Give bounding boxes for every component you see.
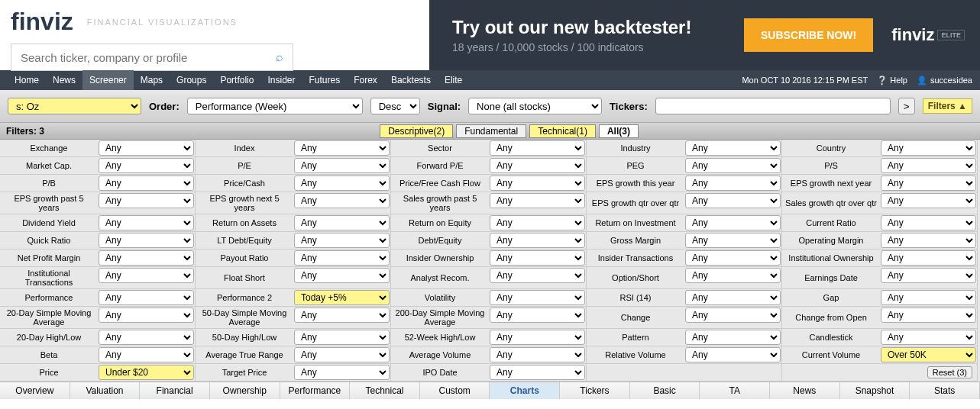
filter-select[interactable]: Any [99,290,194,305]
filter-select[interactable]: Any [99,215,194,230]
filter-select[interactable]: Any [294,193,390,208]
filter-select[interactable]: Any [99,176,194,191]
filter-select[interactable]: Any [685,347,781,362]
view-tab-financial[interactable]: Financial [140,382,210,399]
filter-tab[interactable]: Technical(1) [529,124,596,138]
filter-select[interactable]: Any [685,330,781,345]
filter-select[interactable]: Any [490,290,585,305]
search-box[interactable]: ⌕ [11,43,293,71]
filter-tab[interactable]: Descriptive(2) [380,124,453,138]
filter-select[interactable]: Any [294,308,390,323]
tickers-input[interactable] [655,98,891,114]
view-tab-news[interactable]: News [770,382,840,399]
nav-item-screener[interactable]: Screener [82,70,134,90]
view-tab-ownership[interactable]: Ownership [210,382,280,399]
nav-item-elite[interactable]: Elite [438,70,469,90]
filter-select[interactable]: Any [685,193,781,208]
filter-select[interactable]: Any [881,140,976,156]
view-tab-technical[interactable]: Technical [350,382,420,399]
filter-select[interactable]: Today +5% [294,290,390,305]
filter-select[interactable]: Over 50K [881,347,976,362]
filter-select[interactable]: Any [294,365,390,380]
filter-select[interactable]: Any [490,158,585,173]
filter-select[interactable]: Any [294,233,390,248]
filter-select[interactable]: Any [294,140,390,156]
view-tab-charts[interactable]: Charts [490,382,560,399]
search-input[interactable] [21,51,276,64]
filter-select[interactable]: Any [490,365,585,380]
filter-select[interactable]: Any [490,268,585,283]
filter-select[interactable]: Any [881,268,976,283]
view-tab-snapshot[interactable]: Snapshot [840,382,910,399]
filter-select[interactable]: Any [294,347,390,362]
preset-select[interactable]: s: Oz [8,98,141,114]
filter-tab[interactable]: All(3) [599,124,639,138]
go-button[interactable]: > [898,98,915,114]
view-tab-custom[interactable]: Custom [420,382,490,399]
filter-select[interactable]: Any [490,330,585,345]
logo[interactable]: finviz [11,8,73,36]
filter-select[interactable]: Any [881,193,976,208]
nav-item-futures[interactable]: Futures [302,70,348,90]
nav-item-groups[interactable]: Groups [170,70,213,90]
filter-select[interactable]: Any [99,140,194,156]
order-select[interactable]: Performance (Week) [187,98,363,114]
view-tab-tickers[interactable]: Tickers [560,382,630,399]
filter-select[interactable]: Any [99,330,194,345]
filter-select[interactable]: Any [685,176,781,191]
filter-select[interactable]: Any [490,140,585,156]
filter-select[interactable]: Any [99,347,194,362]
view-tab-stats[interactable]: Stats [910,382,980,399]
filter-select[interactable]: Any [99,250,194,266]
subscribe-button[interactable]: SUBSCRIBE NOW! [744,18,873,52]
nav-item-portfolio[interactable]: Portfolio [213,70,260,90]
filter-select[interactable]: Any [685,250,781,266]
nav-item-insider[interactable]: Insider [260,70,302,90]
view-tab-ta[interactable]: TA [700,382,770,399]
filter-select[interactable]: Any [294,158,390,173]
filter-select[interactable]: Any [685,290,781,305]
filter-select[interactable]: Any [685,233,781,248]
filter-select[interactable]: Any [99,158,194,173]
search-icon[interactable]: ⌕ [276,50,283,64]
filter-select[interactable]: Any [294,250,390,266]
view-tab-valuation[interactable]: Valuation [70,382,141,399]
nav-item-maps[interactable]: Maps [134,70,170,90]
filter-select[interactable]: Any [881,290,976,305]
direction-select[interactable]: Desc [370,98,420,114]
filter-select[interactable]: Any [99,268,194,283]
elite-logo[interactable]: finviz ELITE [891,25,965,45]
view-tab-performance[interactable]: Performance [280,382,351,399]
filter-select[interactable]: Any [881,158,976,173]
filter-select[interactable]: Any [490,250,585,266]
filter-select[interactable]: Any [294,268,390,283]
filter-select[interactable]: Any [294,215,390,230]
filter-select[interactable]: Any [294,330,390,345]
view-tab-basic[interactable]: Basic [630,382,700,399]
signal-select[interactable]: None (all stocks) [468,98,602,114]
filter-select[interactable]: Any [294,176,390,191]
filter-select[interactable]: Under $20 [99,365,194,380]
nav-item-news[interactable]: News [46,70,82,90]
filter-select[interactable]: Any [99,193,194,208]
nav-help[interactable]: ❔ Help [877,76,907,85]
filter-select[interactable]: Any [99,308,194,323]
filter-select[interactable]: Any [490,308,585,323]
view-tab-overview[interactable]: Overview [0,382,70,399]
nav-item-backtests[interactable]: Backtests [384,70,438,90]
filter-select[interactable]: Any [490,233,585,248]
filter-select[interactable]: Any [490,347,585,362]
filter-select[interactable]: Any [99,233,194,248]
filter-select[interactable]: Any [685,215,781,230]
filters-toggle[interactable]: Filters ▲ [923,98,972,114]
filter-select[interactable]: Any [881,176,976,191]
reset-button[interactable]: Reset (3) [927,366,972,378]
filter-select[interactable]: Any [881,250,976,266]
nav-user[interactable]: 👤 succesidea [917,76,972,85]
filter-select[interactable]: Any [490,193,585,208]
filter-select[interactable]: Any [490,176,585,191]
filter-select[interactable]: Any [685,140,781,156]
filter-select[interactable]: Any [881,233,976,248]
filter-select[interactable]: Any [685,158,781,173]
filter-select[interactable]: Any [685,268,781,283]
